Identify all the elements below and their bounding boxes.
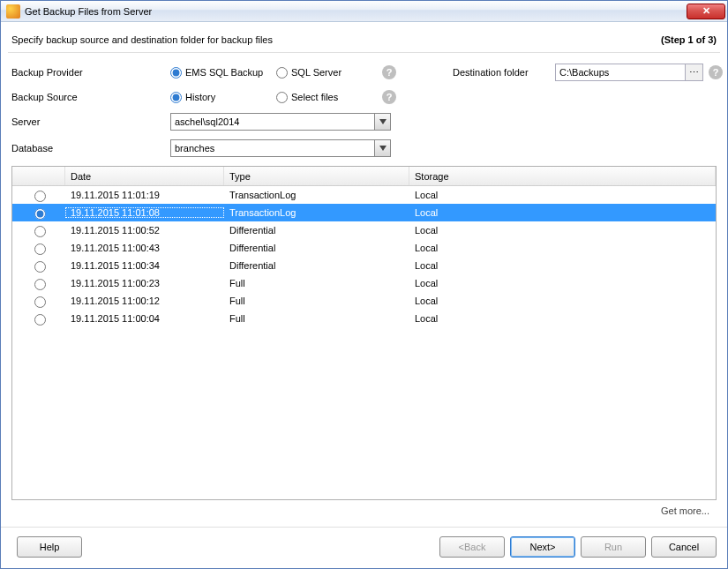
provider-ems-radio[interactable]: EMS SQL Backup	[170, 67, 276, 79]
cell-storage: Local	[409, 190, 716, 200]
source-history-radio[interactable]: History	[170, 92, 276, 103]
cell-date: 19.11.2015 11:01:19	[65, 190, 224, 200]
destination-folder-input[interactable]	[556, 64, 685, 80]
next-button[interactable]: Next>	[510, 536, 575, 558]
cell-type: Differential	[224, 260, 409, 271]
app-icon	[6, 4, 20, 19]
help-icon[interactable]: ?	[382, 65, 396, 79]
cell-date: 19.11.2015 11:00:23	[65, 278, 224, 288]
cell-storage: Local	[409, 296, 716, 306]
database-input[interactable]	[171, 140, 374, 156]
destination-folder-label: Destination folder	[453, 67, 550, 78]
row-radio[interactable]	[34, 261, 46, 273]
row-radio[interactable]	[34, 296, 46, 308]
cell-date: 19.11.2015 11:00:43	[65, 243, 224, 253]
server-label: Server	[11, 116, 170, 127]
table-row[interactable]: 19.11.2015 11:00:34DifferentialLocal	[12, 257, 716, 274]
cell-date: 19.11.2015 11:00:34	[65, 260, 224, 271]
close-icon: ✕	[702, 5, 710, 17]
provider-sql-radio[interactable]: SQL Server	[276, 67, 382, 79]
database-label: Database	[11, 143, 170, 153]
table-header: Date Type Storage	[12, 167, 716, 186]
backup-source-label: Backup Source	[11, 92, 170, 102]
browse-button[interactable]: ⋯	[685, 64, 702, 80]
table-row[interactable]: 19.11.2015 11:01:08TransactionLogLocal	[12, 204, 716, 221]
cell-date: 19.11.2015 11:00:52	[65, 225, 224, 236]
help-icon[interactable]: ?	[709, 65, 723, 79]
window-title: Get Backup Files from Server	[25, 6, 687, 17]
table-row[interactable]: 19.11.2015 11:01:19TransactionLogLocal	[12, 186, 716, 204]
back-button[interactable]: <Back	[439, 536, 505, 558]
provider-ems-label: EMS SQL Backup	[185, 67, 263, 78]
col-storage[interactable]: Storage	[409, 167, 716, 185]
row-radio[interactable]	[34, 226, 46, 237]
database-dropdown-button[interactable]	[374, 140, 390, 156]
cell-storage: Local	[409, 207, 716, 218]
chevron-down-icon	[379, 119, 387, 124]
source-history-radio-input[interactable]	[170, 92, 182, 103]
cell-type: TransactionLog	[224, 190, 409, 200]
table-row[interactable]: 19.11.2015 11:00:23FullLocal	[12, 274, 716, 292]
source-history-label: History	[185, 92, 215, 102]
cell-storage: Local	[409, 260, 716, 271]
cell-type: TransactionLog	[224, 207, 409, 218]
table-row[interactable]: 19.11.2015 11:00:04FullLocal	[12, 310, 716, 327]
row-radio[interactable]	[34, 243, 46, 255]
backup-table: Date Type Storage 19.11.2015 11:01:19Tra…	[11, 166, 717, 500]
table-row[interactable]: 19.11.2015 11:00:12FullLocal	[12, 292, 716, 310]
provider-sql-label: SQL Server	[291, 67, 341, 78]
table-row[interactable]: 19.11.2015 11:00:52DifferentialLocal	[12, 221, 716, 239]
cancel-button[interactable]: Cancel	[651, 536, 717, 558]
titlebar: Get Backup Files from Server ✕	[1, 1, 727, 22]
chevron-down-icon	[379, 146, 387, 151]
row-radio[interactable]	[34, 191, 46, 202]
help-icon[interactable]: ?	[382, 90, 396, 104]
database-combo[interactable]	[170, 139, 391, 157]
cell-date: 19.11.2015 11:01:08	[65, 207, 224, 218]
table-body: 19.11.2015 11:01:19TransactionLogLocal19…	[12, 186, 716, 327]
close-button[interactable]: ✕	[687, 4, 725, 19]
run-button[interactable]: Run	[581, 536, 646, 558]
cell-type: Differential	[224, 243, 409, 253]
cell-storage: Local	[409, 243, 716, 253]
destination-folder-field: ⋯	[555, 64, 703, 81]
col-type[interactable]: Type	[224, 167, 409, 185]
cell-storage: Local	[409, 225, 716, 236]
cell-date: 19.11.2015 11:00:04	[65, 313, 224, 324]
header-row: Specify backup source and destination fo…	[1, 22, 727, 52]
cell-type: Full	[224, 296, 409, 306]
dialog-window: Get Backup Files from Server ✕ Specify b…	[0, 0, 728, 569]
row-radio[interactable]	[34, 314, 46, 326]
server-dropdown-button[interactable]	[374, 114, 390, 130]
cell-storage: Local	[409, 313, 716, 324]
get-more-link[interactable]: Get more...	[11, 500, 717, 516]
table-row[interactable]: 19.11.2015 11:00:43DifferentialLocal	[12, 239, 716, 257]
footer: Help <Back Next> Run Cancel	[1, 527, 727, 568]
source-select-radio-input[interactable]	[276, 92, 288, 103]
server-input[interactable]	[171, 114, 374, 130]
step-indicator: (Step 1 of 3)	[661, 34, 717, 45]
server-combo[interactable]	[170, 113, 391, 131]
cell-type: Full	[224, 313, 409, 324]
cell-date: 19.11.2015 11:00:12	[65, 296, 224, 306]
help-button[interactable]: Help	[17, 536, 82, 558]
provider-ems-radio-input[interactable]	[170, 67, 182, 79]
instruction-text: Specify backup source and destination fo…	[11, 34, 273, 45]
source-select-label: Select files	[291, 92, 338, 102]
ellipsis-icon: ⋯	[689, 67, 699, 79]
cell-type: Differential	[224, 225, 409, 236]
row-radio[interactable]	[34, 208, 46, 220]
row-radio[interactable]	[34, 279, 46, 290]
cell-storage: Local	[409, 278, 716, 288]
cell-type: Full	[224, 278, 409, 288]
backup-provider-label: Backup Provider	[11, 67, 170, 78]
col-date[interactable]: Date	[65, 167, 224, 185]
source-select-radio[interactable]: Select files	[276, 92, 382, 103]
provider-sql-radio-input[interactable]	[276, 67, 288, 79]
